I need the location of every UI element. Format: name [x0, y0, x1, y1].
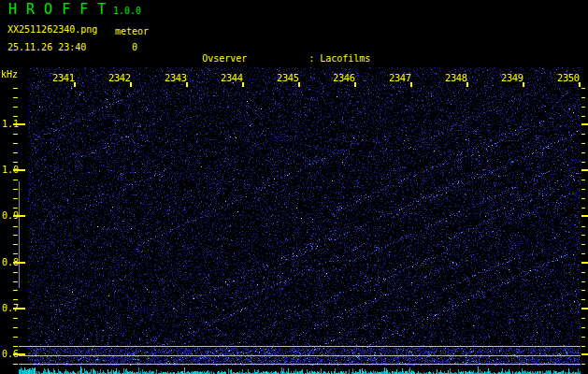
- spectrogram-canvas: [28, 67, 581, 367]
- info-key: Ovserver: [202, 52, 308, 65]
- y-minor-tick-right: [581, 299, 585, 300]
- freq-axis-unit: kHz: [1, 69, 18, 80]
- y-minor-tick-right: [581, 162, 585, 163]
- y-minor-tick-right: [581, 198, 585, 199]
- y-minor-tick-right: [581, 244, 585, 245]
- y-major-tick-left: [13, 262, 25, 264]
- y-minor-tick-right: [581, 134, 585, 135]
- y-minor-tick-left: [13, 116, 18, 117]
- carrier-reference-line: [19, 346, 581, 347]
- y-minor-tick-left: [13, 152, 18, 153]
- y-minor-tick-right: [581, 235, 585, 236]
- y-minor-tick-left: [13, 364, 18, 365]
- x-tick-label: 2344: [221, 72, 243, 83]
- y-minor-tick-left: [13, 281, 18, 282]
- y-minor-tick-left: [13, 97, 18, 98]
- mode-label: meteor: [115, 26, 149, 37]
- y-minor-tick-left: [13, 198, 18, 199]
- x-tick-label: 2346: [333, 72, 355, 83]
- x-tick: [298, 82, 300, 87]
- y-major-tick-left: [13, 169, 25, 171]
- y-major-tick-left: [13, 353, 25, 355]
- y-minor-tick-right: [581, 327, 585, 328]
- y-minor-tick-left: [13, 318, 18, 319]
- y-minor-tick-left: [13, 327, 18, 328]
- carrier-reference-line: [19, 364, 581, 365]
- y-minor-tick-left: [13, 143, 18, 144]
- y-minor-tick-right: [581, 253, 585, 254]
- hrofft-screen: H R O F F T 1.0.0 XX2511262340.png meteo…: [0, 0, 588, 374]
- datetime-label: 25.11.26 23:40: [7, 42, 86, 53]
- x-tick-label: 2343: [165, 72, 187, 83]
- x-tick: [410, 82, 412, 87]
- y-minor-tick-right: [581, 290, 585, 291]
- app-title: H R O F F T: [8, 3, 107, 17]
- y-minor-tick-right: [581, 208, 585, 209]
- x-tick-label: 2347: [389, 72, 411, 83]
- carrier-reference-line: [19, 355, 581, 356]
- x-tick: [466, 82, 468, 87]
- y-major-tick-right: [581, 308, 588, 309]
- y-minor-tick-right: [581, 116, 585, 117]
- y-minor-tick-left: [13, 107, 18, 108]
- x-tick: [242, 82, 244, 87]
- y-minor-tick-left: [13, 88, 18, 89]
- y-minor-tick-right: [581, 281, 585, 282]
- y-minor-tick-left: [13, 253, 18, 254]
- x-tick: [354, 82, 356, 87]
- y-minor-tick-left: [13, 235, 18, 236]
- y-major-tick-left: [13, 308, 25, 309]
- meteor-count: 0: [132, 42, 137, 53]
- output-filename: XX2511262340.png: [7, 24, 97, 36]
- y-minor-tick-right: [581, 97, 585, 98]
- x-tick-label: 2350: [557, 72, 580, 83]
- y-minor-tick-left: [13, 226, 18, 227]
- y-minor-tick-left: [13, 189, 18, 190]
- y-minor-tick-left: [13, 272, 18, 273]
- y-major-tick-right: [581, 353, 588, 355]
- x-tick-label: 2348: [445, 72, 467, 83]
- y-minor-tick-right: [581, 143, 585, 144]
- y-minor-tick-right: [581, 318, 585, 319]
- y-minor-tick-right: [581, 152, 585, 153]
- y-minor-tick-right: [581, 272, 585, 273]
- y-minor-tick-left: [13, 337, 18, 338]
- y-minor-tick-left: [13, 299, 18, 300]
- y-minor-tick-right: [581, 88, 585, 89]
- y-minor-tick-right: [581, 364, 585, 365]
- y-major-tick-left: [13, 123, 25, 125]
- x-tick: [579, 82, 581, 87]
- y-minor-tick-right: [581, 189, 585, 190]
- info-value: Lacofilms: [320, 53, 370, 64]
- level-graph-canvas: [19, 366, 581, 374]
- y-minor-tick-right: [581, 107, 585, 108]
- y-major-tick-right: [581, 169, 588, 171]
- y-major-tick-right: [581, 215, 588, 217]
- y-minor-tick-left: [13, 346, 18, 347]
- y-minor-tick-left: [13, 162, 18, 163]
- x-tick: [186, 82, 188, 87]
- y-minor-tick-left: [13, 180, 18, 180]
- x-tick-label: 2342: [108, 72, 131, 83]
- y-minor-tick-left: [13, 244, 18, 245]
- x-tick: [130, 82, 132, 87]
- x-tick-label: 2341: [52, 72, 75, 83]
- x-tick: [523, 82, 524, 87]
- y-minor-tick-right: [581, 346, 585, 347]
- app-version: 1.0.0: [113, 6, 141, 17]
- axis-marker-bar: [19, 181, 20, 288]
- y-major-tick-right: [581, 262, 588, 264]
- y-minor-tick-left: [13, 134, 18, 135]
- y-minor-tick-right: [581, 337, 585, 338]
- y-minor-tick-left: [13, 208, 18, 209]
- x-tick-label: 2349: [501, 72, 523, 83]
- y-minor-tick-right: [581, 226, 585, 227]
- x-tick: [74, 82, 76, 87]
- y-major-tick-left: [13, 215, 25, 217]
- info-colon: :: [308, 53, 314, 64]
- x-tick-label: 2345: [277, 72, 299, 83]
- y-major-tick-right: [581, 123, 588, 125]
- y-minor-tick-right: [581, 180, 585, 180]
- y-minor-tick-left: [13, 290, 18, 291]
